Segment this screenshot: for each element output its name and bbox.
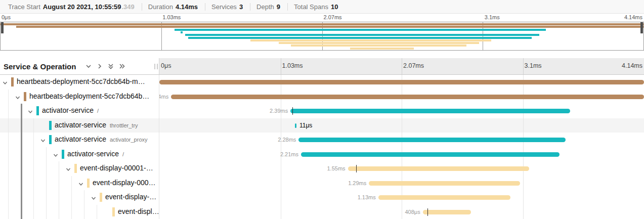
span-timeline-cell[interactable]: 4ms	[159, 90, 644, 104]
tree-guide-line	[71, 190, 72, 205]
ruler-gridline	[281, 58, 281, 74]
service-color-chip	[24, 92, 26, 101]
span-name-cell[interactable]: event-displ…	[0, 205, 159, 219]
span-row[interactable]: event-display-00001-…1.55ms	[0, 161, 644, 176]
depth-value: 9	[277, 3, 280, 11]
span-timeline-cell[interactable]: 1.29ms	[159, 176, 644, 191]
span-bar[interactable]	[348, 166, 530, 171]
span-name-cell[interactable]: event-display-…	[0, 190, 159, 205]
span-name-cell[interactable]: activator-serviceactivator_proxy	[0, 133, 159, 147]
expand-chevron-icon[interactable]	[78, 180, 84, 189]
span-bar[interactable]	[171, 95, 644, 99]
tree-guide-line	[8, 133, 9, 147]
expand-all-icon[interactable]	[94, 61, 105, 72]
expand-chevron-icon[interactable]	[40, 137, 46, 146]
minimap-left-scrubber-handle[interactable]	[1, 22, 4, 33]
minimap-right-scrubber-handle[interactable]	[640, 22, 643, 33]
span-duration-label: 408μs	[405, 209, 420, 215]
span-bar[interactable]	[423, 210, 471, 214]
span-duration-label: 2.39ms	[270, 108, 288, 114]
tree-guide-line	[59, 205, 59, 219]
timeline-gridline	[281, 118, 281, 133]
expand-one-icon[interactable]	[116, 61, 127, 72]
span-bar[interactable]	[295, 123, 296, 128]
span-name-cell[interactable]: activator-service/	[0, 147, 159, 162]
span-bar[interactable]	[369, 181, 520, 186]
span-duration-label: 2.28ms	[278, 137, 296, 143]
minimap-span-bar	[291, 45, 466, 47]
span-timeline-cell[interactable]: 2.39ms	[159, 104, 644, 118]
span-bar[interactable]	[298, 138, 566, 142]
service-operation-title: Service & Operation	[4, 62, 76, 71]
column-resizer-grip[interactable]	[154, 64, 158, 69]
tree-guide-line	[46, 205, 47, 219]
span-bar[interactable]	[378, 195, 510, 200]
span-timeline-cell[interactable]	[159, 75, 644, 90]
span-name-cell[interactable]: activator-service/	[0, 104, 159, 118]
span-row[interactable]: heartbeats-deployment-5cc7dcb64b…4ms	[0, 90, 644, 104]
tree-guide-line	[21, 118, 22, 133]
tree-guide-line	[8, 190, 9, 205]
span-row[interactable]: heartbeats-deployment-5cc7dcb64b-m…	[0, 75, 644, 90]
minimap-ruler: 0μs1.03ms2.07ms3.1ms4.14ms	[0, 14, 644, 22]
minimap-span-bar	[16, 26, 643, 28]
span-bar[interactable]	[301, 152, 560, 157]
span-bar[interactable]	[159, 80, 644, 84]
span-name-cell[interactable]: activator-servicethrottler_try	[0, 118, 159, 133]
tree-guide-line	[8, 176, 9, 191]
span-timeline-cell[interactable]: 2.28ms	[159, 133, 644, 147]
minimap-span-bar	[181, 31, 182, 33]
operation-name: activator_proxy	[110, 137, 148, 143]
trace-minimap[interactable]	[0, 22, 644, 51]
service-color-chip	[100, 193, 102, 202]
span-timeline-cell[interactable]: 1.13ms	[159, 190, 644, 205]
tree-guide-line	[33, 118, 34, 133]
ruler-tick-label: 0μs	[161, 62, 171, 69]
span-row[interactable]: event-display-…1.13ms	[0, 190, 644, 205]
service-color-chip	[62, 150, 64, 159]
collapse-all-icon[interactable]	[83, 61, 94, 72]
service-color-chip	[11, 77, 14, 86]
span-row[interactable]: activator-serviceactivator_proxy2.28ms	[0, 133, 644, 147]
trace-start-fraction: .349	[121, 3, 134, 11]
expand-chevron-icon[interactable]	[53, 151, 59, 160]
duration-label: Duration	[148, 3, 173, 11]
timeline-gridline	[402, 118, 402, 133]
service-color-chip	[112, 207, 115, 216]
trace-depth: Depth 9	[250, 3, 287, 11]
span-row[interactable]: activator-servicethrottler_try11μs	[0, 118, 644, 133]
tree-guide-line	[59, 190, 59, 205]
timeline-table-header: Service & Operation 0μs1.03ms2.07ms3.1ms…	[0, 58, 644, 75]
span-name-cell[interactable]: heartbeats-deployment-5cc7dcb64b-m…	[0, 75, 159, 90]
minimap-tick-label: 0μs	[2, 14, 11, 20]
span-name-cell[interactable]: event-display-000…	[0, 176, 159, 191]
collapse-one-icon[interactable]	[105, 61, 116, 72]
span-name-cell[interactable]: heartbeats-deployment-5cc7dcb64b…	[0, 90, 159, 104]
tree-guide-line	[84, 190, 84, 205]
tree-guide-line	[8, 90, 9, 104]
minimap-gap	[0, 51, 644, 58]
expand-chevron-icon[interactable]	[15, 94, 21, 103]
span-duration-label: 1.29ms	[348, 180, 366, 186]
tree-guide-line	[8, 147, 9, 162]
expand-chevron-icon[interactable]	[65, 165, 71, 174]
expand-chevron-icon[interactable]	[27, 108, 33, 117]
log-marker-tick	[292, 107, 293, 115]
span-row[interactable]: activator-service/2.39ms	[0, 104, 644, 118]
expand-chevron-icon[interactable]	[2, 79, 8, 88]
span-timeline-cell[interactable]: 11μs	[159, 118, 644, 133]
expand-chevron-icon[interactable]	[91, 194, 97, 203]
timeline-ruler: 0μs1.03ms2.07ms3.1ms4.14ms	[159, 58, 644, 74]
service-name: activator-service/	[67, 150, 124, 158]
span-timeline-cell[interactable]: 2.21ms	[159, 147, 644, 162]
span-row[interactable]: activator-service/2.21ms	[0, 147, 644, 162]
service-name: heartbeats-deployment-5cc7dcb64b-m…	[17, 77, 145, 85]
ruler-tick-label: 1.03ms	[282, 62, 303, 69]
span-duration-label: 1.13ms	[358, 194, 376, 200]
span-bar[interactable]	[290, 109, 570, 113]
span-name-cell[interactable]: event-display-00001-…	[0, 161, 159, 176]
span-timeline-cell[interactable]: 408μs	[159, 205, 644, 219]
span-timeline-cell[interactable]: 1.55ms	[159, 161, 644, 176]
span-row[interactable]: event-display-000…1.29ms	[0, 176, 644, 191]
span-row[interactable]: event-displ…408μs	[0, 205, 644, 219]
